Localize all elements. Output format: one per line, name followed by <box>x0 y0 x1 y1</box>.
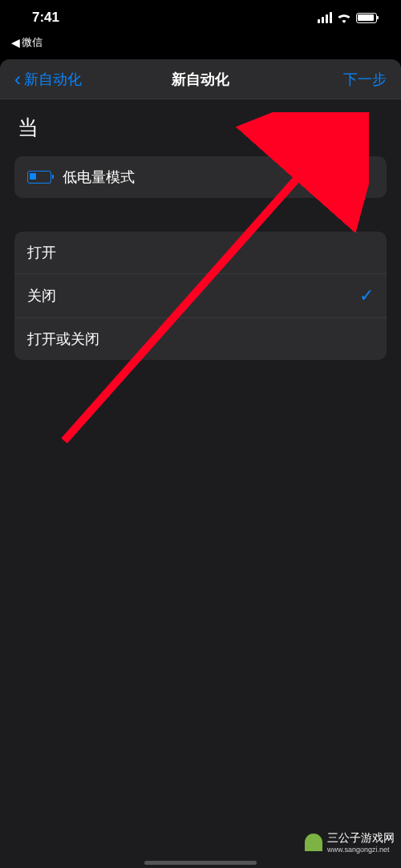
status-bar: 7:41 <box>0 0 401 35</box>
content-area: 当 低电量模式 打开 关闭 ✓ 打开或关闭 <box>0 99 401 374</box>
options-list: 打开 关闭 ✓ 打开或关闭 <box>14 232 387 360</box>
nav-back-button[interactable]: ‹ 新自动化 <box>14 70 82 89</box>
nav-back-label: 新自动化 <box>24 70 82 89</box>
watermark-logo-icon <box>305 834 322 851</box>
watermark: 三公子游戏网 www.sangongzi.net <box>305 831 395 854</box>
signal-icon <box>318 12 332 23</box>
trigger-list: 低电量模式 <box>14 156 387 198</box>
option-turn-off[interactable]: 关闭 ✓ <box>14 274 387 318</box>
trigger-low-power-mode: 低电量模式 <box>14 156 387 198</box>
modal-sheet: ‹ 新自动化 新自动化 下一步 当 低电量模式 打开 关闭 ✓ 打开或关闭 <box>0 59 401 868</box>
wifi-icon <box>337 12 351 23</box>
checkmark-icon: ✓ <box>359 285 374 306</box>
chevron-left-icon: ‹ <box>14 70 21 89</box>
option-turn-on-or-off[interactable]: 打开或关闭 <box>14 318 387 360</box>
trigger-label: 低电量模式 <box>63 168 135 187</box>
home-indicator[interactable] <box>144 861 257 865</box>
option-turn-on[interactable]: 打开 <box>14 232 387 274</box>
back-app-label: 微信 <box>22 35 43 50</box>
option-label: 关闭 <box>27 286 56 305</box>
chevron-left-icon: ◀ <box>11 36 20 49</box>
nav-bar: ‹ 新自动化 新自动化 下一步 <box>0 59 401 99</box>
back-to-app[interactable]: ◀ 微信 <box>0 35 401 55</box>
battery-status-icon <box>356 13 377 23</box>
watermark-url: www.sangongzi.net <box>327 846 395 854</box>
nav-next-button[interactable]: 下一步 <box>343 70 387 89</box>
status-icons <box>318 12 377 23</box>
option-label: 打开或关闭 <box>27 329 99 349</box>
nav-title: 新自动化 <box>172 70 229 89</box>
battery-low-icon <box>27 171 51 184</box>
status-time: 7:41 <box>32 10 59 26</box>
option-label: 打开 <box>27 243 56 262</box>
watermark-brand: 三公子游戏网 <box>327 831 395 844</box>
when-section-label: 当 <box>18 114 387 142</box>
